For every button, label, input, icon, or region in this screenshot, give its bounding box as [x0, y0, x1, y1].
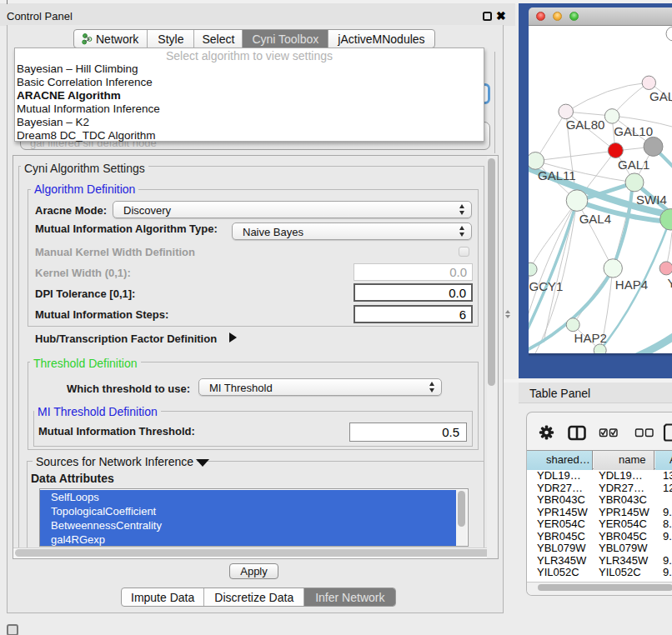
svg-text:GAL11: GAL11	[538, 168, 576, 182]
svg-text:GAL: GAL	[649, 89, 672, 103]
svg-text:SWI4: SWI4	[636, 192, 667, 207]
svg-text:Y: Y	[667, 276, 672, 290]
svg-text:GCY1: GCY1	[529, 279, 564, 293]
svg-text:HAP4: HAP4	[615, 278, 648, 292]
svg-text:GAL10: GAL10	[614, 124, 653, 138]
svg-text:GAL1: GAL1	[618, 158, 649, 172]
svg-text:GAL4: GAL4	[579, 212, 611, 226]
svg-text:GAL80: GAL80	[566, 118, 605, 132]
svg-text:HAP2: HAP2	[574, 331, 607, 345]
